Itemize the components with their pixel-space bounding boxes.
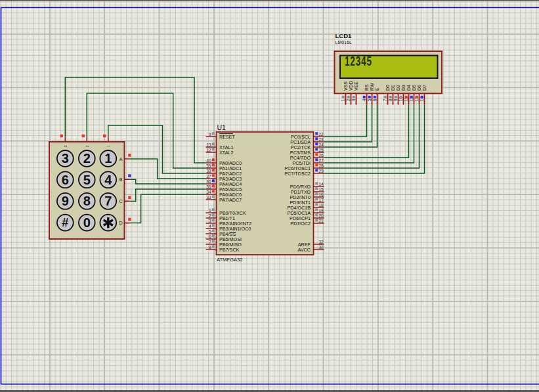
svg-text:PA7/ADC7: PA7/ADC7 [219,197,242,203]
svg-text:3: 3 [64,145,68,147]
svg-text:AVCC: AVCC [298,247,311,253]
svg-text:29: 29 [319,169,324,173]
svg-text:27: 27 [319,158,324,163]
svg-text:XTAL2: XTAL2 [219,150,233,156]
svg-text:24: 24 [319,142,324,147]
svg-text:17: 17 [319,198,324,202]
svg-text:12: 12 [206,148,211,152]
svg-text:ATMEGA32: ATMEGA32 [217,257,242,263]
svg-text:30: 30 [319,245,324,250]
svg-text:LM016L: LM016L [335,40,352,45]
svg-text:6: 6 [209,234,211,239]
svg-text:19: 19 [319,208,324,213]
svg-text:4: 4 [209,224,211,229]
svg-text:21: 21 [319,219,324,223]
svg-text:26: 26 [319,153,324,158]
svg-text:12345: 12345 [345,53,372,69]
svg-text:1: 1 [104,151,112,165]
svg-text:D7: D7 [422,85,427,91]
svg-text:1: 1 [341,98,345,101]
svg-text:6: 6 [372,98,377,101]
svg-text:9: 9 [393,98,398,101]
svg-text:VSS: VSS [343,81,348,91]
svg-text:9: 9 [62,194,69,208]
svg-text:D2: D2 [396,85,400,91]
svg-text:7: 7 [383,98,387,101]
svg-text:PC7/TOSC2: PC7/TOSC2 [284,171,311,177]
svg-text:35: 35 [206,185,211,189]
svg-text:14: 14 [319,182,324,186]
svg-text:LCD1: LCD1 [335,32,353,39]
svg-text:RESET: RESET [219,134,236,140]
svg-text:25: 25 [319,148,324,152]
svg-text:3: 3 [351,98,356,101]
svg-text:D5: D5 [412,85,416,91]
svg-text:D6: D6 [417,85,421,91]
svg-text:15: 15 [319,187,324,192]
svg-text:40: 40 [206,158,211,163]
svg-text:9: 9 [209,132,211,137]
svg-text:7: 7 [104,194,112,208]
svg-text:6: 6 [62,173,69,187]
svg-text:33: 33 [206,195,211,200]
svg-text:7: 7 [209,240,211,244]
svg-text:36: 36 [206,179,211,184]
svg-text:A: A [119,157,123,162]
svg-text:39: 39 [206,163,211,168]
svg-text:PD7/OC2: PD7/OC2 [290,221,311,227]
svg-text:5: 5 [367,98,372,101]
svg-text:D1: D1 [391,85,395,91]
svg-text:34: 34 [206,190,211,194]
svg-text:3: 3 [62,151,69,165]
svg-text:5: 5 [83,173,91,187]
svg-text:0: 0 [83,215,91,230]
svg-text:E: E [375,87,379,91]
svg-text:B: B [119,177,123,182]
svg-text:RS: RS [364,84,369,91]
svg-text:4: 4 [362,98,366,101]
svg-text:22: 22 [319,132,324,137]
svg-text:18: 18 [319,203,324,207]
svg-text:5: 5 [209,229,211,234]
svg-text:28: 28 [319,163,324,168]
svg-text:D4: D4 [406,85,411,91]
svg-text:23: 23 [319,137,324,142]
svg-text:VEE: VEE [354,81,358,91]
svg-text:20: 20 [319,213,324,218]
svg-text:16: 16 [319,192,324,197]
svg-text:D: D [119,221,122,225]
svg-text:D0: D0 [385,85,390,91]
svg-text:U1: U1 [217,123,226,131]
svg-text:C: C [119,199,122,204]
svg-text:3: 3 [209,219,211,223]
svg-text:1: 1 [106,145,110,147]
svg-text:37: 37 [206,174,211,179]
svg-text:8: 8 [83,194,91,208]
svg-text:#: # [62,216,68,229]
svg-text:13: 13 [206,142,211,147]
svg-text:2: 2 [85,145,89,147]
svg-text:2: 2 [83,151,91,165]
svg-text:8: 8 [388,98,393,101]
svg-text:2: 2 [346,98,351,101]
svg-text:38: 38 [206,169,211,173]
svg-text:32: 32 [319,240,324,244]
svg-text:2: 2 [209,213,211,218]
svg-text:PB7/SCK: PB7/SCK [219,247,240,253]
svg-text:D3: D3 [401,85,406,91]
svg-text:4: 4 [104,173,112,187]
svg-text:VDD: VDD [349,81,353,91]
svg-text:8: 8 [209,245,211,250]
svg-text:1: 1 [209,208,211,213]
svg-text:RW: RW [370,83,374,91]
